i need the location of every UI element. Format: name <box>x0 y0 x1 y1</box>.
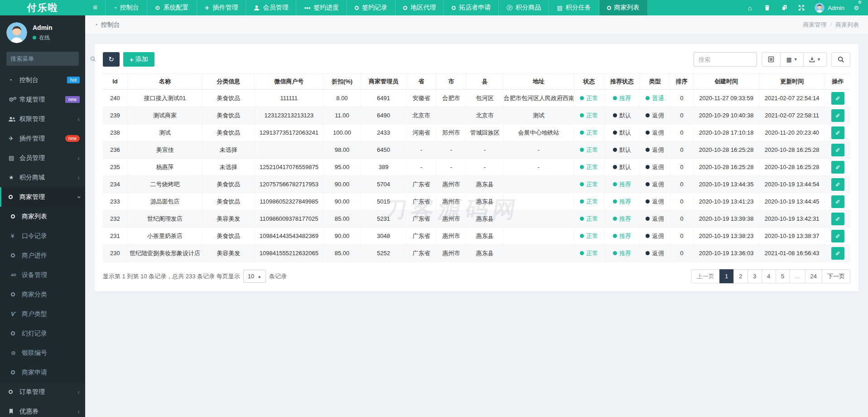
column-header[interactable]: 状态 <box>574 73 604 90</box>
trash-button[interactable] <box>758 0 776 15</box>
sidebar-item-password-record[interactable]: ¥口令记录 <box>0 226 85 246</box>
sidebar-item-merchant-type[interactable]: Ѵ商户类型 <box>0 304 85 324</box>
sidebar-item-dashboard[interactable]: ◔控制台hot <box>0 70 85 90</box>
column-header[interactable]: 折扣(%) <box>323 73 361 90</box>
sidebar-item-points-mall[interactable]: ★积分商城‹ <box>0 168 85 187</box>
column-header[interactable]: 商家管理员 <box>361 73 406 90</box>
edit-button[interactable]: ✎ <box>831 92 844 105</box>
fullscreen-button[interactable] <box>793 0 810 15</box>
edit-button[interactable]: ✎ <box>831 109 844 122</box>
sidebar-search-input[interactable] <box>10 55 90 62</box>
add-button[interactable]: + 添加 <box>123 52 154 67</box>
edit-button[interactable]: ✎ <box>831 230 844 242</box>
edit-button[interactable]: ✎ <box>831 195 844 208</box>
status-toggle[interactable]: 正常 <box>580 146 598 154</box>
sidebar-toggle-button[interactable]: ≡ <box>85 0 105 15</box>
column-header[interactable]: 推荐状态 <box>604 73 640 90</box>
status-toggle[interactable]: 正常 <box>580 249 598 257</box>
column-header[interactable]: 微信商户号 <box>255 73 323 90</box>
sidebar-item-member-manage[interactable]: ▤会员管理‹ <box>0 148 85 168</box>
status-toggle[interactable]: 正常 <box>580 112 598 120</box>
page-button-下一页[interactable]: 下一页 <box>822 269 850 283</box>
recommend-status-toggle[interactable]: 推荐 <box>613 232 631 240</box>
topnav-item-points-task[interactable]: ▤积分任务 <box>549 0 599 15</box>
column-header[interactable]: 类型 <box>640 73 670 90</box>
settings-gears-icon[interactable]: ⚙⚙ <box>849 0 866 15</box>
topnav-item-member-manage[interactable]: 会员管理 <box>246 0 296 15</box>
column-header[interactable]: 县 <box>466 73 504 90</box>
export-dropdown-button[interactable]: ▼ <box>803 52 827 67</box>
recommend-status-toggle[interactable]: 推荐 <box>613 198 631 206</box>
topnav-item-sign-record[interactable]: 签约记录 <box>347 0 395 15</box>
advanced-search-button[interactable] <box>831 52 850 67</box>
topnav-item-shop-applicant[interactable]: 拓店者申请 <box>444 0 499 15</box>
type-toggle[interactable]: 返佣 <box>646 215 664 223</box>
page-button-2[interactable]: 2 <box>733 269 748 283</box>
sidebar-item-device-manage[interactable]: AD设备管理 <box>0 265 85 285</box>
topnav-item-system-config[interactable]: ⚙系统配置 <box>147 0 197 15</box>
sidebar-item-merchant-category[interactable]: 商家分类 <box>0 285 85 304</box>
column-header[interactable]: Id <box>103 73 127 90</box>
recommend-status-toggle[interactable]: 推荐 <box>613 94 631 102</box>
page-size-select[interactable]: 10 ▲ <box>243 270 266 283</box>
status-toggle[interactable]: 正常 <box>580 94 598 102</box>
status-toggle[interactable]: 正常 <box>580 129 598 137</box>
type-toggle[interactable]: 返佣 <box>646 129 664 137</box>
refresh-button[interactable]: ↻ <box>103 52 120 67</box>
column-header[interactable]: 名称 <box>127 73 202 90</box>
type-toggle[interactable]: 返佣 <box>646 146 664 154</box>
sidebar-item-slide-record[interactable]: 幻灯记录 <box>0 324 85 343</box>
edit-button[interactable]: ✎ <box>831 161 844 174</box>
recommend-status-toggle[interactable]: 默认 <box>613 163 631 171</box>
sidebar-item-plugin-manage[interactable]: ✈插件管理new <box>0 129 85 148</box>
sidebar-item-unionpay-number[interactable]: ⊚银联编号 <box>0 343 85 363</box>
topnav-item-points-goods[interactable]: Ⓟ积分商品 <box>499 0 549 15</box>
type-toggle[interactable]: 返佣 <box>646 180 664 189</box>
topnav-user[interactable]: Admin <box>810 3 849 13</box>
recommend-status-toggle[interactable]: 默认 <box>613 146 631 154</box>
detail-view-button[interactable] <box>762 52 781 67</box>
topnav-item-area-agent[interactable]: 地区代理 <box>395 0 444 15</box>
edit-button[interactable]: ✎ <box>831 144 844 156</box>
copy-button[interactable] <box>776 0 793 15</box>
page-button-上一页[interactable]: 上一页 <box>691 269 720 283</box>
sidebar-item-merchant-manage[interactable]: 商家管理‹ <box>0 187 85 207</box>
status-toggle[interactable]: 正常 <box>580 215 598 223</box>
column-header[interactable]: 创建时间 <box>693 73 759 90</box>
columns-dropdown-button[interactable]: ▦ ▼ <box>780 52 804 67</box>
home-button[interactable]: ⌂ <box>741 0 758 15</box>
recommend-status-toggle[interactable]: 默认 <box>613 129 631 137</box>
column-header[interactable]: 市 <box>436 73 466 90</box>
table-search-input[interactable] <box>694 52 757 67</box>
type-toggle[interactable]: 返佣 <box>646 112 664 120</box>
column-header[interactable]: 省 <box>406 73 436 90</box>
type-toggle[interactable]: 普通 <box>646 94 664 102</box>
status-toggle[interactable]: 正常 <box>580 198 598 206</box>
sidebar-item-merchant-incoming[interactable]: 商户进件 <box>0 246 85 265</box>
type-toggle[interactable]: 返佣 <box>646 198 664 206</box>
recommend-status-toggle[interactable]: 推荐 <box>613 215 631 223</box>
type-toggle[interactable]: 返佣 <box>646 163 664 171</box>
sidebar-item-auth-manage[interactable]: 权限管理‹ <box>0 109 85 129</box>
recommend-status-toggle[interactable]: 推荐 <box>613 180 631 189</box>
recommend-status-toggle[interactable]: 默认 <box>613 112 631 120</box>
topnav-item-plugin-manage[interactable]: ✈插件管理 <box>197 0 246 15</box>
edit-button[interactable]: ✎ <box>831 126 844 139</box>
column-header[interactable]: 操作 <box>825 73 850 90</box>
page-button-3[interactable]: 3 <box>747 269 762 283</box>
status-toggle[interactable]: 正常 <box>580 232 598 240</box>
sidebar-item-general-manage[interactable]: ⚙⚙常规管理new <box>0 90 85 109</box>
column-header[interactable]: 更新时间 <box>759 73 825 90</box>
topnav-item-merchant-list[interactable]: 商家列表 <box>599 0 648 15</box>
page-button-4[interactable]: 4 <box>762 269 776 283</box>
sidebar-item-order-manage[interactable]: 订单管理‹ <box>0 382 85 402</box>
sidebar-item-merchant-apply[interactable]: 商家申请 <box>0 363 85 382</box>
recommend-status-toggle[interactable]: 推荐 <box>613 249 631 257</box>
column-header[interactable]: 地址 <box>503 73 574 90</box>
type-toggle[interactable]: 返佣 <box>646 249 664 257</box>
edit-button[interactable]: ✎ <box>831 247 844 260</box>
edit-button[interactable]: ✎ <box>831 213 844 225</box>
sidebar-item-coupon[interactable]: 优惠券‹ <box>0 402 85 417</box>
sidebar-item-merchant-list[interactable]: 商家列表 <box>0 207 85 226</box>
topnav-item-sign-progress[interactable]: ▪▪▪签约进度 <box>296 0 347 15</box>
